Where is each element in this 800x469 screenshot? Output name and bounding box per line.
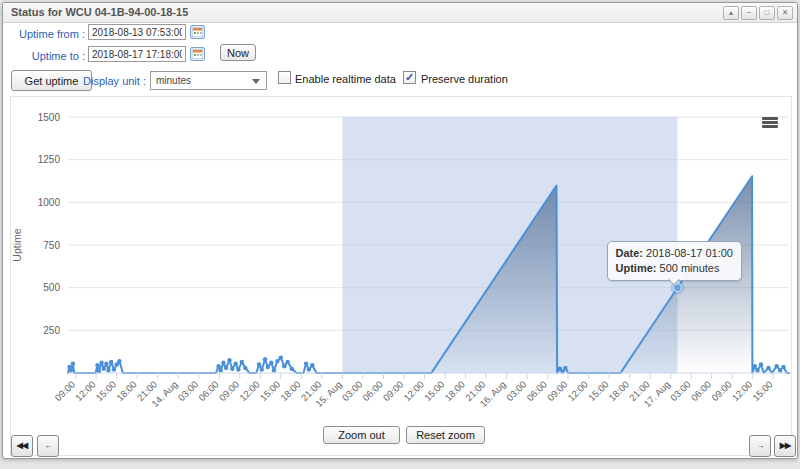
uptime-to-input[interactable] [88, 46, 186, 62]
data-point [221, 361, 225, 365]
zoom-out-button[interactable]: Zoom out [323, 426, 400, 444]
y-tick-label: 1250 [38, 154, 61, 165]
x-tick-label: 12:00 [73, 379, 98, 404]
tooltip-date-value: 2018-08-17 01:00 [646, 247, 733, 259]
data-point [243, 366, 247, 370]
page-last-button[interactable]: ▶▶ [774, 435, 796, 457]
enable-realtime-checkbox[interactable] [278, 71, 291, 84]
data-point [219, 368, 223, 372]
uptime-from-calendar-icon[interactable] [190, 25, 205, 39]
tooltip-uptime-label: Uptime: [616, 262, 657, 274]
x-tick-label: 09:00 [217, 379, 242, 404]
x-tick-label: 12:00 [565, 379, 590, 404]
x-tick-label: 15:00 [750, 379, 775, 404]
x-tick-label: 15:00 [258, 379, 283, 404]
data-point [263, 357, 267, 361]
status-window: Status for WCU 04-1B-94-00-18-15 ▴ − □ ✕… [2, 2, 798, 459]
data-point [104, 361, 108, 365]
data-point [753, 364, 757, 368]
x-tick-label: 09:00 [709, 379, 734, 404]
display-unit-select[interactable]: minutes [150, 71, 267, 90]
data-point [234, 361, 238, 365]
data-point [304, 361, 308, 365]
x-tick-label: 09:00 [381, 379, 406, 404]
data-point [755, 368, 759, 372]
display-unit-label: Display unit : [63, 75, 146, 87]
x-tick-label: 03:00 [668, 379, 693, 404]
chart-menu-button[interactable] [759, 114, 781, 134]
preserve-duration-checkbox[interactable]: ✓ [403, 71, 416, 84]
data-point [266, 365, 270, 369]
enable-realtime-label: Enable realtime data [295, 73, 396, 85]
x-tick-label: 09:00 [52, 379, 77, 404]
x-tick-label: 18:00 [278, 379, 303, 404]
x-tick-label: 03:00 [504, 379, 529, 404]
x-tick-label: 15:00 [586, 379, 611, 404]
data-point [99, 361, 103, 365]
y-tick-label: 1500 [38, 112, 61, 123]
data-point [117, 359, 121, 363]
chart-tooltip: Date: 2018-08-17 01:00 Uptime: 500 minut… [607, 241, 742, 281]
x-tick-label: 18:00 [442, 379, 467, 404]
x-tick-label: 12:00 [237, 379, 262, 404]
data-point [759, 362, 763, 366]
hamburger-icon [762, 117, 778, 120]
data-point [775, 364, 779, 368]
x-tick-label: 03:00 [176, 379, 201, 404]
x-tick-label: 06:00 [524, 379, 549, 404]
data-point [240, 360, 244, 364]
data-point [236, 367, 240, 371]
data-point [307, 367, 311, 371]
x-tick-label: 12:00 [401, 379, 426, 404]
data-point [766, 366, 770, 370]
maximize-window-button[interactable]: □ [759, 6, 775, 20]
page-next-button[interactable]: → [749, 435, 771, 457]
uptime-to-calendar-icon[interactable] [190, 47, 205, 61]
y-tick-label: 250 [43, 325, 60, 336]
data-point [286, 360, 290, 364]
x-tick-label: 15:00 [94, 379, 119, 404]
x-tick-label: 06:00 [689, 379, 714, 404]
data-point [282, 364, 286, 368]
uptime-from-input[interactable] [88, 24, 186, 40]
data-point [102, 367, 106, 371]
tooltip-date-label: Date: [616, 247, 644, 259]
minimize-window-button[interactable]: − [741, 6, 757, 20]
data-point [260, 367, 264, 371]
chevron-down-icon [252, 79, 260, 84]
now-button[interactable]: Now [220, 44, 256, 61]
data-point [310, 363, 314, 367]
data-point [257, 362, 261, 366]
data-point [290, 367, 294, 371]
y-tick-label: 750 [43, 240, 60, 251]
title-bar[interactable]: Status for WCU 04-1B-94-00-18-15 ▴ − □ ✕ [3, 3, 797, 23]
page-prev-button[interactable]: ← [37, 435, 59, 457]
x-tick-label: 12:00 [730, 379, 755, 404]
reset-zoom-button[interactable]: Reset zoom [406, 426, 485, 444]
x-tick-label: 18:00 [114, 379, 139, 404]
uptime-to-label: Uptime to : [3, 50, 85, 62]
data-point [778, 368, 782, 372]
data-point [781, 365, 785, 369]
data-point [106, 368, 110, 372]
data-point [275, 359, 279, 363]
preserve-duration-label: Preserve duration [421, 73, 508, 85]
y-tick-label: 500 [43, 282, 60, 293]
x-tick-label: 03:00 [340, 379, 365, 404]
window-controls: ▴ − □ ✕ [723, 6, 793, 20]
data-point [69, 368, 73, 372]
x-tick-label: 09:00 [545, 379, 570, 404]
data-point [230, 367, 234, 371]
display-unit-value: minutes [156, 75, 191, 86]
page-first-button[interactable]: ◀◀ [11, 435, 33, 457]
tooltip-uptime-value: 500 minutes [660, 262, 720, 274]
window-title: Status for WCU 04-1B-94-00-18-15 [11, 6, 188, 18]
uptime-from-label: Uptime from : [3, 28, 85, 40]
data-point [216, 364, 220, 368]
shade-window-button[interactable]: ▴ [723, 6, 739, 20]
close-window-button[interactable]: ✕ [777, 6, 793, 20]
x-tick-label: 18:00 [606, 379, 631, 404]
data-point [95, 363, 99, 367]
x-tick-label: 15:00 [422, 379, 447, 404]
y-axis-title: Uptime [11, 228, 23, 261]
